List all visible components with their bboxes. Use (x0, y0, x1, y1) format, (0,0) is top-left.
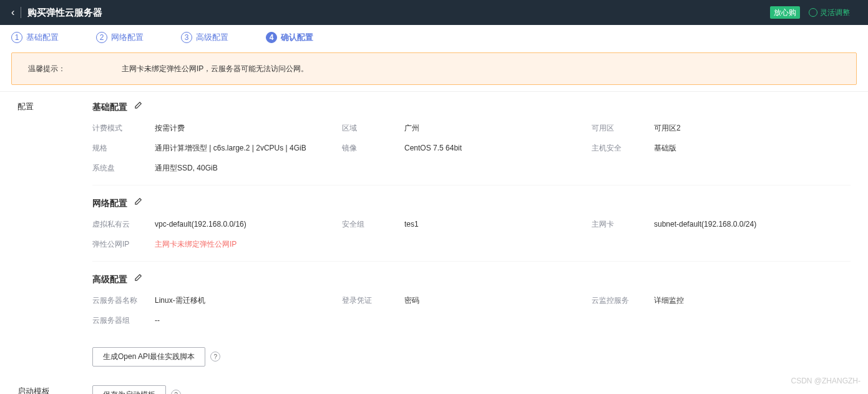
side-label-config: 配置 (17, 101, 92, 113)
warning-label: 温馨提示： (28, 63, 66, 74)
step-basic[interactable]: 1基础配置 (11, 31, 59, 44)
section-title-network: 网络配置 (92, 197, 127, 210)
save-template-button[interactable]: 保存为启动模板 (92, 385, 166, 395)
header-bar: ‹ 购买弹性云服务器 放心购 灵活调整 (0, 0, 868, 25)
back-button[interactable]: ‹ (11, 5, 14, 20)
eip-warning: 主网卡未绑定弹性公网IP (155, 239, 342, 250)
step-advanced[interactable]: 3高级配置 (181, 31, 228, 44)
step-network[interactable]: 2网络配置 (96, 31, 144, 44)
page-title: 购买弹性云服务器 (27, 6, 102, 20)
warning-banner: 温馨提示： 主网卡未绑定弹性公网IP，云服务器可能无法访问公网。 (11, 52, 857, 85)
generate-openapi-button[interactable]: 生成Open API最佳实践脚本 (92, 347, 205, 367)
flexible-adjust-link[interactable]: 灵活调整 (809, 7, 857, 18)
advanced-grid: 云服务器名称Linux-需迁移机 登录凭证密码 云监控服务详细监控 云服务器组-… (92, 295, 851, 326)
step-confirm[interactable]: 4确认配置 (266, 31, 313, 44)
basic-grid: 计费模式按需计费 区域广州 可用区可用区2 规格通用计算增强型 | c6s.la… (92, 122, 851, 174)
edit-basic-icon[interactable] (134, 101, 142, 114)
warning-text: 主网卡未绑定弹性公网IP，云服务器可能无法访问公网。 (122, 63, 308, 74)
help-template-icon[interactable]: ? (171, 390, 181, 394)
badge-safe-buy[interactable]: 放心购 (770, 6, 800, 19)
section-title-basic: 基础配置 (92, 101, 127, 114)
side-label-template: 启动模板 (17, 385, 92, 395)
edit-advanced-icon[interactable] (134, 273, 142, 286)
edit-network-icon[interactable] (134, 197, 142, 210)
help-openapi-icon[interactable]: ? (210, 352, 220, 362)
divider (21, 7, 21, 18)
network-grid: 虚拟私有云vpc-default(192.168.0.0/16) 安全组tes1… (92, 219, 851, 250)
step-nav: 1基础配置 2网络配置 3高级配置 4确认配置 (0, 25, 868, 50)
section-title-advanced: 高级配置 (92, 273, 127, 286)
